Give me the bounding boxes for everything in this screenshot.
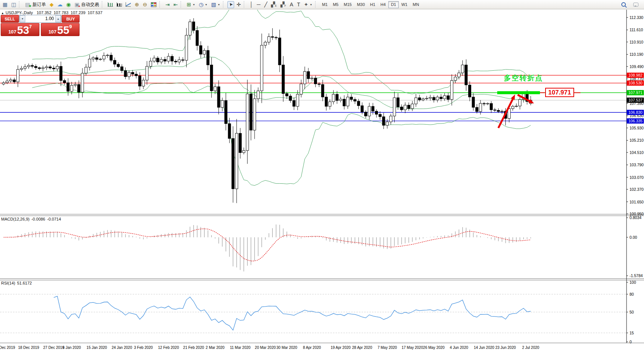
timeframe-m30-button[interactable]: M30	[354, 1, 367, 8]
indicators-list-dropdown-icon[interactable]: ▼	[192, 3, 195, 6]
svg-text:109.490: 109.490	[630, 64, 644, 69]
zoom-out-button[interactable]: ⊖	[141, 1, 149, 8]
svg-text:18 Dec 2019: 18 Dec 2019	[18, 346, 39, 350]
fibonacci-button[interactable]: ▞F	[279, 1, 288, 8]
timeframe-w1-button[interactable]: W1	[399, 1, 410, 8]
svg-text:103.790: 103.790	[630, 163, 644, 167]
svg-text:100: 100	[630, 280, 636, 285]
periods-dropdown-icon[interactable]: ▼	[205, 3, 207, 6]
candle-chart-button[interactable]	[115, 1, 123, 8]
collapse-marker-icon[interactable]: ▲	[1, 12, 4, 15]
autotrading-button[interactable]: ▣●自动交易	[73, 1, 100, 8]
svg-text:3 Feb 2020: 3 Feb 2020	[134, 346, 153, 350]
chart-canvas[interactable]: 112.330111.610110.910110.190109.490108.7…	[0, 10, 644, 350]
svg-text:106.335: 106.335	[628, 119, 643, 123]
svg-text:106.830: 106.830	[628, 110, 643, 115]
svg-text:112.330: 112.330	[630, 15, 643, 20]
rsi-value: 51.6172	[17, 281, 32, 285]
new-chart-icon: ▦	[3, 2, 7, 7]
indicators-list-button[interactable]: ⊞▼	[185, 1, 197, 8]
svg-text:15: 15	[630, 331, 634, 335]
timeframe-m15-button[interactable]: M15	[341, 1, 354, 8]
search-button[interactable]	[620, 1, 627, 8]
svg-text:50: 50	[630, 310, 634, 314]
svg-text:14 Jun 2020: 14 Jun 2020	[474, 346, 494, 350]
sell-price-button[interactable]: 107537	[1, 23, 39, 36]
metaeditor-icon: ◆	[49, 2, 54, 7]
volume-input[interactable]: 1.00	[25, 15, 55, 22]
text-button[interactable]: A	[288, 1, 295, 8]
chart-shift-button[interactable]: ⇤	[172, 1, 179, 8]
community-icon: ☁	[57, 2, 62, 7]
timeframe-mn-button[interactable]: MN	[410, 1, 421, 8]
timeframe-h4-button[interactable]: H4	[378, 1, 388, 8]
templates-button[interactable]: ▧▼	[210, 1, 221, 8]
line-chart-icon	[126, 2, 131, 7]
main-toolbar: ▦◫▤✚新订单◆☁◉▣●自动交易⊕⊖⇥⇤⊞▼◷▼▧▼➤✛│─╱▞E▞FAT✦▼M…	[0, 0, 644, 9]
symbol-period-label: USDJPY-,Daily	[6, 10, 33, 15]
trend-line-button[interactable]: ╱	[263, 1, 269, 8]
svg-text:27 Dec 2019: 27 Dec 2019	[43, 346, 64, 350]
buy-price-button[interactable]: 107559	[41, 23, 80, 36]
vertical-line-button[interactable]: │	[248, 1, 255, 8]
equidistant-channel-button[interactable]: ▞E	[269, 1, 278, 8]
horizontal-line-button[interactable]: ─	[255, 1, 262, 8]
arrows-tool-button[interactable]: ✦▼	[302, 1, 314, 8]
buy-button[interactable]: BUY	[62, 15, 80, 23]
volume-decrease-button[interactable]: ▼	[20, 15, 25, 22]
rsi-name: RSI(14)	[1, 281, 15, 285]
equidistant-channel-sub-letter: E	[275, 4, 277, 7]
svg-text:111.610: 111.610	[630, 28, 643, 32]
svg-text:107.537: 107.537	[628, 98, 643, 102]
macd-main-value: -0.0086	[31, 217, 45, 221]
bar-chart-button[interactable]	[106, 1, 114, 8]
metaeditor-button[interactable]: ◆	[48, 1, 55, 8]
new-chart-button[interactable]: ▦	[1, 1, 9, 8]
toolbar-separator	[315, 1, 318, 8]
signals-button[interactable]: ◉	[65, 1, 72, 8]
toolbar-separator	[244, 1, 246, 8]
timeframe-m1-button[interactable]: M1	[319, 1, 330, 8]
toolbar-separator	[223, 1, 226, 8]
svg-text:-1.5784: -1.5784	[630, 273, 643, 278]
autotrading-badge-icon: ●	[78, 4, 80, 8]
crosshair-button[interactable]: ✛	[235, 1, 242, 8]
text-icon: A	[290, 2, 293, 7]
arrows-tool-dropdown-icon[interactable]: ▼	[310, 3, 312, 6]
signals-icon: ◉	[66, 2, 71, 7]
periods-button[interactable]: ◷▼	[197, 1, 209, 8]
sell-button[interactable]: SELL	[1, 15, 19, 23]
one-click-trade-panel: SELL ▼ 1.00 ▲ BUY 107537 107559	[1, 15, 80, 36]
sell-big-figure: 107	[8, 29, 16, 35]
line-chart-button[interactable]	[124, 1, 132, 8]
auto-scroll-icon: ⇥	[165, 2, 170, 7]
toolbar-separator	[181, 1, 183, 8]
fibonacci-icon: ▞	[281, 2, 285, 7]
svg-text:20 Mar 2020: 20 Mar 2020	[255, 346, 276, 350]
svg-text:107.971: 107.971	[628, 90, 643, 95]
high-value: 107.783	[54, 10, 68, 15]
arrows-tool-icon: ✦	[304, 2, 308, 7]
fibonacci-sub-letter: F	[285, 4, 286, 7]
timeframe-h1-button[interactable]: H1	[368, 1, 378, 8]
cursor-button[interactable]: ➤	[227, 1, 234, 8]
svg-text:21 Feb 2020: 21 Feb 2020	[183, 346, 204, 350]
volume-increase-button[interactable]: ▲	[55, 15, 61, 22]
profiles-icon: ◫	[11, 2, 16, 7]
templates-dropdown-icon[interactable]: ▼	[217, 3, 220, 6]
svg-text:102.370: 102.370	[630, 187, 644, 192]
auto-scroll-button[interactable]: ⇥	[164, 1, 171, 8]
community-button[interactable]: ☁	[56, 1, 64, 8]
svg-text:110.190: 110.190	[630, 52, 643, 57]
chat-button[interactable]	[632, 1, 640, 8]
profiles-button[interactable]: ◫	[10, 1, 17, 8]
tile-windows-button[interactable]	[149, 1, 158, 8]
timeframe-m5-button[interactable]: M5	[330, 1, 341, 8]
svg-text:101.650: 101.650	[630, 200, 644, 204]
text-label-button[interactable]: T	[295, 1, 302, 8]
chart-window[interactable]: 112.330111.610110.910110.190109.490108.7…	[0, 10, 644, 350]
timeframe-d1-button[interactable]: D1	[388, 1, 399, 8]
new-order-button[interactable]: ▤✚新订单	[23, 1, 47, 8]
zoom-in-button[interactable]: ⊕	[133, 1, 140, 8]
svg-text:105.930: 105.930	[630, 126, 644, 130]
